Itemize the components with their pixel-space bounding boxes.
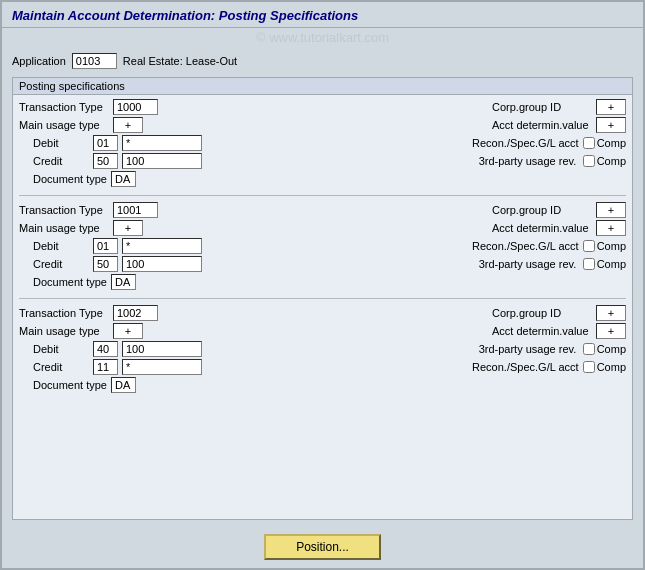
tt-label-2: Transaction Type (19, 204, 109, 216)
credit-comp-2: Comp (583, 258, 626, 270)
credit-label-2: Credit (19, 258, 89, 270)
tt-row-3: Transaction Type Corp.group ID (19, 305, 626, 321)
mu-input-3[interactable] (113, 323, 143, 339)
corp-input-1[interactable] (596, 99, 626, 115)
posting-spec-content: Transaction Type Corp.group ID Main usag… (13, 95, 632, 519)
debit-value-2[interactable] (122, 238, 202, 254)
doctype-input-2[interactable] (111, 274, 136, 290)
app-row: Application Real Estate: Lease-Out (12, 53, 633, 69)
app-label: Application (12, 55, 66, 67)
tt-input-2[interactable] (113, 202, 158, 218)
transaction-block-1: Transaction Type Corp.group ID Main usag… (19, 99, 626, 196)
debit-comp-1: Comp (583, 137, 626, 149)
credit-code-2[interactable] (93, 256, 118, 272)
bottom-bar: Position... (2, 526, 643, 568)
position-button[interactable]: Position... (264, 534, 381, 560)
mu-row-2: Main usage type Acct determin.value (19, 220, 626, 236)
debit-label-3: Debit (19, 343, 89, 355)
debit-value-3[interactable] (122, 341, 202, 357)
app-desc: Real Estate: Lease-Out (123, 55, 237, 67)
doctype-row-2: Document type (19, 274, 626, 290)
app-input[interactable] (72, 53, 117, 69)
acct-label-2: Acct determin.value (492, 222, 592, 234)
credit-code-3[interactable] (93, 359, 118, 375)
credit-value-2[interactable] (122, 256, 202, 272)
credit-value-1[interactable] (122, 153, 202, 169)
credit-comp-1: Comp (583, 155, 626, 167)
acct-label-3: Acct determin.value (492, 325, 592, 337)
debit-code-3[interactable] (93, 341, 118, 357)
credit-label-1: Credit (19, 155, 89, 167)
credit-right-label-1: 3rd-party usage rev. (479, 155, 579, 167)
credit-row-3: Credit Recon./Spec.G/L acct Comp (19, 359, 626, 375)
acct-input-1[interactable] (596, 117, 626, 133)
doctype-label-3: Document type (19, 379, 107, 391)
title-bar: Maintain Account Determination: Posting … (2, 2, 643, 28)
debit-comp-check-1[interactable] (583, 137, 595, 149)
credit-code-1[interactable] (93, 153, 118, 169)
acct-input-3[interactable] (596, 323, 626, 339)
debit-right-label-1: Recon./Spec.G/L acct (472, 137, 579, 149)
credit-value-3[interactable] (122, 359, 202, 375)
debit-label-2: Debit (19, 240, 89, 252)
doctype-input-1[interactable] (111, 171, 136, 187)
debit-comp-check-3[interactable] (583, 343, 595, 355)
tt-input-3[interactable] (113, 305, 158, 321)
doctype-label-1: Document type (19, 173, 107, 185)
corp-label-1: Corp.group ID (492, 101, 592, 113)
credit-comp-check-3[interactable] (583, 361, 595, 373)
mu-row-1: Main usage type Acct determin.value (19, 117, 626, 133)
debit-comp-check-2[interactable] (583, 240, 595, 252)
corp-label-3: Corp.group ID (492, 307, 592, 319)
debit-code-1[interactable] (93, 135, 118, 151)
doctype-label-2: Document type (19, 276, 107, 288)
credit-right-label-3: Recon./Spec.G/L acct (472, 361, 579, 373)
credit-comp-check-1[interactable] (583, 155, 595, 167)
tt-row-1: Transaction Type Corp.group ID (19, 99, 626, 115)
mu-label-3: Main usage type (19, 325, 109, 337)
corp-input-2[interactable] (596, 202, 626, 218)
debit-label-1: Debit (19, 137, 89, 149)
credit-row-1: Credit 3rd-party usage rev. Comp (19, 153, 626, 169)
debit-right-label-3: 3rd-party usage rev. (479, 343, 579, 355)
main-window: Maintain Account Determination: Posting … (0, 0, 645, 570)
mu-label-2: Main usage type (19, 222, 109, 234)
page-title: Maintain Account Determination: Posting … (12, 8, 358, 23)
mu-input-2[interactable] (113, 220, 143, 236)
credit-right-label-2: 3rd-party usage rev. (479, 258, 579, 270)
transaction-block-2: Transaction Type Corp.group ID Main usag… (19, 202, 626, 299)
debit-row-3: Debit 3rd-party usage rev. Comp (19, 341, 626, 357)
debit-comp-3: Comp (583, 343, 626, 355)
corp-input-3[interactable] (596, 305, 626, 321)
mu-row-3: Main usage type Acct determin.value (19, 323, 626, 339)
debit-code-2[interactable] (93, 238, 118, 254)
posting-spec-box: Posting specifications Transaction Type … (12, 77, 633, 520)
doctype-row-1: Document type (19, 171, 626, 187)
credit-row-2: Credit 3rd-party usage rev. Comp (19, 256, 626, 272)
mu-input-1[interactable] (113, 117, 143, 133)
debit-row-2: Debit Recon./Spec.G/L acct Comp (19, 238, 626, 254)
tt-label-1: Transaction Type (19, 101, 109, 113)
debit-comp-2: Comp (583, 240, 626, 252)
posting-spec-header: Posting specifications (13, 78, 632, 95)
content-area: Application Real Estate: Lease-Out Posti… (2, 47, 643, 526)
acct-input-2[interactable] (596, 220, 626, 236)
corp-label-2: Corp.group ID (492, 204, 592, 216)
transaction-block-3: Transaction Type Corp.group ID Main usag… (19, 305, 626, 401)
doctype-row-3: Document type (19, 377, 626, 393)
tt-input-1[interactable] (113, 99, 158, 115)
tt-label-3: Transaction Type (19, 307, 109, 319)
credit-comp-3: Comp (583, 361, 626, 373)
debit-row-1: Debit Recon./Spec.G/L acct Comp (19, 135, 626, 151)
watermark: © www.tutorialkart.com (2, 28, 643, 47)
mu-label-1: Main usage type (19, 119, 109, 131)
credit-label-3: Credit (19, 361, 89, 373)
debit-value-1[interactable] (122, 135, 202, 151)
doctype-input-3[interactable] (111, 377, 136, 393)
debit-right-label-2: Recon./Spec.G/L acct (472, 240, 579, 252)
credit-comp-check-2[interactable] (583, 258, 595, 270)
tt-row-2: Transaction Type Corp.group ID (19, 202, 626, 218)
acct-label-1: Acct determin.value (492, 119, 592, 131)
